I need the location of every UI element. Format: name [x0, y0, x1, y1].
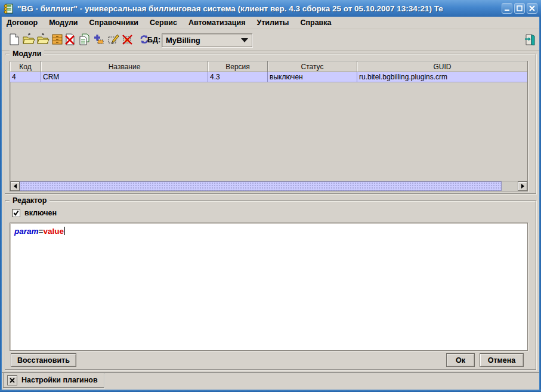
edit-item-icon[interactable] [107, 33, 120, 46]
cell-guid[interactable]: ru.bitel.bgbilling.plugins.crm [357, 72, 527, 82]
tab-close-icon[interactable] [7, 375, 17, 385]
menu-item-dogovor[interactable]: Договор [7, 18, 38, 27]
app-window: "BG - биллинг" - универсальная биллингов… [0, 0, 541, 392]
delete-document-icon[interactable] [64, 33, 77, 46]
titlebar[interactable]: "BG - биллинг" - универсальная биллингов… [0, 0, 541, 17]
cancel-button[interactable]: Отмена [480, 353, 524, 367]
minimize-icon[interactable] [502, 3, 512, 14]
menu-item-utility[interactable]: Утилиты [256, 18, 289, 27]
tab-plugin-settings[interactable]: Настройки плагинов [3, 373, 104, 388]
enabled-checkbox-row[interactable]: включен [12, 209, 57, 217]
table-row[interactable]: 4 CRM 4.3 выключен ru.bitel.bgbilling.pl… [10, 72, 527, 82]
menubar: Договор Модули Справочники Сервис Автома… [2, 17, 539, 29]
scroll-left-icon[interactable] [10, 181, 20, 191]
open-folder-icon[interactable] [22, 33, 35, 46]
column-header-name[interactable]: Название [41, 61, 208, 72]
checkmark-icon [13, 210, 19, 216]
cell-version[interactable]: 4.3 [208, 72, 268, 82]
delete-item-icon[interactable] [121, 33, 134, 46]
restore-button[interactable]: Восстановить [11, 353, 76, 367]
db-label: БД: [147, 36, 160, 44]
add-item-icon[interactable] [92, 33, 106, 46]
enabled-checkbox-label: включен [24, 209, 57, 217]
ok-button[interactable]: Ок [446, 353, 475, 367]
menu-item-spravka[interactable]: Справка [300, 18, 331, 27]
window-controls [502, 3, 537, 14]
scroll-right-icon[interactable] [518, 181, 527, 191]
menu-item-avtomatizaciya[interactable]: Автоматизация [188, 18, 245, 27]
menu-item-servis[interactable]: Сервис [150, 18, 177, 27]
column-header-guid[interactable]: GUID [357, 61, 527, 72]
menu-item-spravochniki[interactable]: Справочники [89, 18, 138, 27]
maximize-icon[interactable] [514, 3, 525, 14]
modules-panel-title: Модули [10, 50, 44, 58]
import-folder-icon[interactable] [36, 33, 50, 46]
window-border-bottom [0, 390, 541, 392]
cell-name[interactable]: CRM [41, 72, 208, 82]
menu-item-moduli[interactable]: Модули [49, 18, 78, 27]
new-document-icon[interactable] [8, 33, 21, 46]
window-title: "BG - биллинг" - универсальная биллингов… [17, 4, 499, 13]
column-header-code[interactable]: Код [10, 61, 41, 72]
scrollbar-thumb[interactable] [20, 181, 502, 191]
copy-documents-icon[interactable] [78, 33, 91, 46]
db-combobox-value: MyBilling [166, 36, 239, 45]
modules-table: Код Название Версия Статус GUID 4 CRM 4.… [10, 61, 528, 192]
code-value: value [43, 227, 64, 236]
horizontal-scrollbar[interactable] [10, 181, 527, 191]
archive-cabinet-icon[interactable] [51, 33, 64, 46]
exit-icon[interactable] [522, 32, 537, 47]
cell-code[interactable]: 4 [10, 72, 41, 82]
close-icon[interactable] [527, 3, 537, 14]
editor-panel-title: Редактор [10, 197, 50, 205]
db-combobox[interactable]: MyBilling [162, 33, 252, 47]
table-header-row: Код Название Версия Статус GUID [10, 61, 527, 72]
cell-status[interactable]: выключен [268, 72, 357, 82]
text-caret [64, 227, 65, 235]
toolbar: БД: MyBilling [2, 29, 539, 51]
plugin-config-editor[interactable]: param=value [10, 223, 528, 351]
code-param: param [14, 227, 39, 236]
column-header-version[interactable]: Версия [208, 61, 268, 72]
bottom-tabbar: Настройки плагинов [2, 372, 539, 390]
app-icon [4, 4, 14, 14]
enabled-checkbox[interactable] [12, 209, 20, 217]
tab-label: Настройки плагинов [21, 376, 98, 384]
chevron-down-icon [241, 38, 248, 42]
column-header-status[interactable]: Статус [268, 61, 357, 72]
window-border-left [0, 17, 2, 392]
